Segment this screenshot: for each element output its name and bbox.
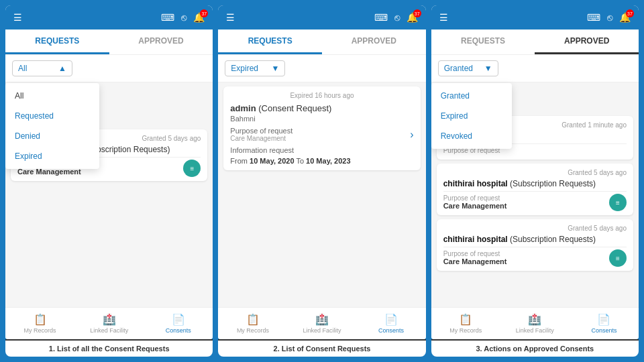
admin-card-subname: Bahmni bbox=[230, 115, 413, 123]
admin-card-timestamp: Expired 16 hours ago bbox=[230, 92, 413, 99]
nav-consents-label-1: Consents bbox=[166, 327, 191, 334]
nav-consents-3[interactable]: 📄 Consents bbox=[570, 310, 639, 337]
filter-select-2[interactable]: Expired ▼ bbox=[225, 60, 285, 76]
menu-icon-3[interactable]: ☰ bbox=[439, 12, 448, 23]
bottom-nav-3: 📋 My Records 🏥 Linked Facility 📄 Consent… bbox=[431, 307, 639, 339]
dropdown-item-revoked[interactable]: Revoked bbox=[431, 126, 512, 146]
card-title-3b: chithirai hospital (Subscription Request… bbox=[443, 179, 627, 188]
nav-consents-label-3: Consents bbox=[591, 327, 616, 334]
nav-my-records-label-1: My Records bbox=[24, 327, 56, 334]
keyboard-icon[interactable]: ⌨ bbox=[161, 12, 174, 23]
phone-frame-2: ☰ ⌨ ⎋ 🔔 37 REQUESTS APPROVED Expired bbox=[218, 5, 425, 339]
content-2: Expired ▼ Expired 16 hours ago admin (Co… bbox=[218, 55, 425, 307]
screen-3: ☰ ⌨ ⎋ 🔔 37 REQUESTS APPROVED Granted bbox=[431, 5, 639, 357]
filter-select-1[interactable]: All ▲ bbox=[12, 60, 72, 76]
bottom-nav-1: 📋 My Records 🏥 Linked Facility 📄 Consent… bbox=[5, 307, 213, 339]
linked-facility-icon: 🏥 bbox=[103, 313, 116, 326]
filter-chevron-2: ▼ bbox=[271, 64, 279, 73]
nav-linked-facility-1[interactable]: 🏥 Linked Facility bbox=[74, 310, 144, 337]
nav-consents-label-2: Consents bbox=[378, 327, 404, 334]
admin-card-care-mgmt: Care Management bbox=[230, 135, 413, 142]
card-timestamp-3b: Granted 5 days ago bbox=[443, 169, 627, 176]
my-records-icon: 📋 bbox=[34, 313, 47, 326]
bell-icon-3[interactable]: 🔔 37 bbox=[619, 12, 631, 23]
nav-linked-facility-label-1: Linked Facility bbox=[90, 327, 128, 334]
bell-icon[interactable]: 🔔 37 bbox=[193, 12, 205, 23]
admin-card-info-label: Information request bbox=[230, 146, 413, 154]
filter-row-2: Expired ▼ bbox=[218, 55, 425, 82]
top-bar-icons-3: ⌨ ⎋ 🔔 37 bbox=[587, 12, 631, 23]
dropdown-item-requested[interactable]: Requested bbox=[5, 106, 99, 126]
my-records-icon-3: 📋 bbox=[459, 313, 472, 326]
dropdown-1: All Requested Denied Expired bbox=[5, 83, 99, 169]
my-records-icon-2: 📋 bbox=[246, 313, 260, 326]
tabs-1: REQUESTS APPROVED bbox=[5, 29, 213, 55]
tab-approved-3[interactable]: APPROVED bbox=[535, 29, 639, 54]
dropdown-item-denied[interactable]: Denied bbox=[5, 126, 99, 146]
filter-label-2: Expired bbox=[231, 64, 258, 73]
caption-1: 1. List of all the Consent Requests bbox=[5, 339, 213, 357]
card-action-btn-3b[interactable]: ≡ bbox=[609, 194, 627, 211]
nav-my-records-3[interactable]: 📋 My Records bbox=[431, 310, 500, 337]
consents-icon: 📄 bbox=[172, 313, 185, 326]
admin-consent-card: Expired 16 hours ago admin (Consent Requ… bbox=[223, 86, 420, 170]
content-1: All ▲ All Requested Denied Expired Grant… bbox=[5, 55, 213, 307]
filter-label-1: All bbox=[18, 64, 27, 73]
nav-linked-facility-2[interactable]: 🏥 Linked Facility bbox=[287, 310, 356, 337]
filter-select-3[interactable]: Granted ▼ bbox=[438, 60, 498, 76]
admin-card-purpose-label: Purpose of request bbox=[230, 127, 413, 135]
tab-approved-2[interactable]: APPROVED bbox=[322, 29, 426, 54]
menu-icon[interactable]: ☰ bbox=[13, 12, 22, 23]
consents-icon-3: 📄 bbox=[597, 313, 610, 326]
bell-icon-2[interactable]: 🔔 37 bbox=[407, 12, 418, 23]
card-timestamp-3c: Granted 5 days ago bbox=[443, 225, 627, 232]
linked-facility-icon-3: 🏥 bbox=[528, 313, 541, 326]
tab-approved-1[interactable]: APPROVED bbox=[109, 29, 213, 54]
caption-2: 2. List of Consent Requests bbox=[218, 339, 425, 357]
consent-card-3b: Granted 5 days ago chithirai hospital (S… bbox=[437, 164, 633, 215]
top-bar-2: ☰ ⌨ ⎋ 🔔 37 bbox=[218, 5, 425, 29]
dropdown-item-expired-3[interactable]: Expired bbox=[431, 106, 512, 126]
admin-card-dates: From 10 May, 2020 To 10 May, 2023 bbox=[230, 157, 413, 165]
tab-requests-1[interactable]: REQUESTS bbox=[5, 29, 109, 54]
menu-icon-2[interactable]: ☰ bbox=[226, 12, 235, 23]
phone-frame-1: ☰ ⌨ ⎋ 🔔 37 REQUESTS APPROVED All bbox=[5, 5, 213, 339]
dropdown-item-all[interactable]: All bbox=[5, 86, 99, 106]
nav-consents-2[interactable]: 📄 Consents bbox=[357, 310, 426, 337]
nav-my-records-label-2: My Records bbox=[237, 327, 269, 334]
dropdown-item-expired[interactable]: Expired bbox=[5, 146, 99, 166]
keyboard-icon-3[interactable]: ⌨ bbox=[587, 12, 600, 23]
filter-chevron-1: ▲ bbox=[58, 64, 66, 73]
tabs-2: REQUESTS APPROVED bbox=[218, 29, 425, 55]
dropdown-3: Granted Expired Revoked bbox=[431, 83, 512, 149]
share-icon-3[interactable]: ⎋ bbox=[607, 12, 612, 23]
keyboard-icon-2[interactable]: ⌨ bbox=[374, 12, 388, 23]
card-purpose-value-3b: Care Management bbox=[443, 202, 627, 210]
notification-badge-3: 37 bbox=[626, 9, 634, 17]
tab-requests-3[interactable]: REQUESTS bbox=[431, 29, 535, 54]
admin-card-chevron[interactable]: › bbox=[410, 129, 413, 141]
nav-consents-1[interactable]: 📄 Consents bbox=[144, 310, 213, 337]
screen-1: ☰ ⌨ ⎋ 🔔 37 REQUESTS APPROVED All bbox=[5, 5, 213, 357]
notification-badge-2: 37 bbox=[413, 9, 421, 17]
tabs-3: REQUESTS APPROVED bbox=[431, 29, 639, 55]
card-action-btn-3c[interactable]: ≡ bbox=[609, 249, 627, 267]
nav-linked-facility-3[interactable]: 🏥 Linked Facility bbox=[500, 310, 570, 337]
nav-my-records-1[interactable]: 📋 My Records bbox=[5, 310, 74, 337]
bottom-nav-2: 📋 My Records 🏥 Linked Facility 📄 Consent… bbox=[218, 307, 425, 339]
top-bar-icons-2: ⌨ ⎋ 🔔 37 bbox=[374, 12, 418, 23]
filter-row-3: Granted ▼ bbox=[431, 55, 639, 82]
card-purpose-label-3c: Purpose of request bbox=[443, 250, 627, 257]
tab-requests-2[interactable]: REQUESTS bbox=[218, 29, 322, 54]
card-purpose-value-3c: Care Management bbox=[443, 257, 627, 265]
screen-2: ☰ ⌨ ⎋ 🔔 37 REQUESTS APPROVED Expired bbox=[218, 5, 425, 357]
share-icon[interactable]: ⎋ bbox=[181, 12, 186, 23]
content-3: Granted ▼ Granted Expired Revoked Grante… bbox=[431, 55, 639, 307]
nav-my-records-label-3: My Records bbox=[449, 327, 482, 334]
dropdown-item-granted[interactable]: Granted bbox=[431, 86, 512, 106]
caption-3: 3. Actions on Approved Consents bbox=[431, 339, 639, 357]
card-title-3c: chithirai hospital (Subscription Request… bbox=[443, 235, 627, 244]
nav-my-records-2[interactable]: 📋 My Records bbox=[218, 310, 287, 337]
share-icon-2[interactable]: ⎋ bbox=[394, 12, 400, 23]
nav-linked-facility-label-3: Linked Facility bbox=[516, 327, 554, 334]
